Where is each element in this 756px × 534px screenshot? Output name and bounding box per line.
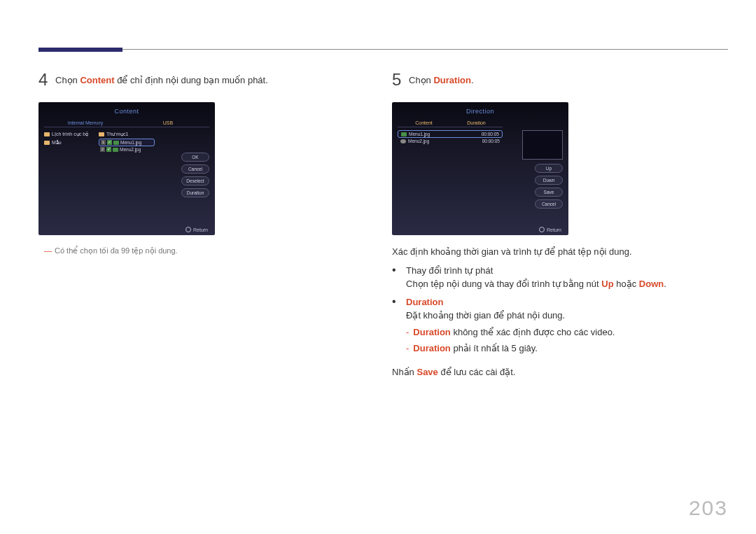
file-row[interactable]: 2 ✓ Menu2.jpg xyxy=(99,146,155,153)
mid-panel: Thư mục1 1 ✓ Menu1.jpg 2 ✓ Menu2.jpg xyxy=(99,130,155,153)
tab-internal-memory[interactable]: Internal Memory xyxy=(44,119,127,127)
bullet-dot: • xyxy=(392,264,400,291)
folder-label: Lịch trình cục bộ xyxy=(52,132,88,137)
header-rule xyxy=(122,49,728,50)
return-icon xyxy=(539,227,545,232)
bullet-1: • Thay đổi trình tự phát Chọn tệp nội du… xyxy=(392,264,721,291)
column-step-4: 4 Chọn Content để chỉ định nội dung bạn … xyxy=(38,70,368,255)
duration-list: Menu1.jpg 00:00:05 Menu2.jpg 00:00:05 xyxy=(398,130,503,144)
folder-item[interactable]: Lịch trình cục bộ xyxy=(44,130,94,139)
screenshot-direction: Direction Content Duration Menu1.jpg 00:… xyxy=(392,102,568,235)
file-label: Menu2.jpg xyxy=(120,147,141,152)
step-text: Chọn Duration. xyxy=(409,70,474,85)
duration-row[interactable]: Menu2.jpg 00:00:05 xyxy=(398,138,503,144)
tab-header: Internal Memory USB xyxy=(44,119,209,127)
keyword: Duration xyxy=(413,327,450,337)
duration-value: 00:00:05 xyxy=(482,132,499,136)
folder-header[interactable]: Thư mục1 xyxy=(99,130,155,139)
down-button[interactable]: Down xyxy=(535,176,563,185)
keyword-content: Content xyxy=(80,75,114,85)
step-number: 4 xyxy=(38,70,55,90)
keyword-up: Up xyxy=(601,279,613,289)
keyword: Duration xyxy=(413,343,450,353)
header-accent xyxy=(38,48,122,52)
deselect-button[interactable]: Deselect xyxy=(181,176,209,185)
dash-icon: - xyxy=(406,342,409,356)
return-label[interactable]: Return xyxy=(547,227,561,232)
button-panel: Up Down Save Cancel xyxy=(512,164,563,209)
index-box: 1 xyxy=(101,140,106,145)
index-box: 2 xyxy=(100,147,105,152)
text: để lưu các cài đặt. xyxy=(438,367,516,377)
tab-duration[interactable]: Duration xyxy=(450,119,503,127)
text: Chọn tệp nội dung và thay đổi trình tự b… xyxy=(406,279,601,289)
check-icon: ✓ xyxy=(107,140,112,145)
bullet-content: Duration Đặt khoảng thời gian để phát nộ… xyxy=(406,295,721,356)
text-post: để chỉ định nội dung bạn muốn phát. xyxy=(115,75,268,85)
save-button[interactable]: Save xyxy=(535,188,563,197)
bullet-list: • Thay đổi trình tự phát Chọn tệp nội du… xyxy=(392,264,721,356)
text: . xyxy=(664,279,666,289)
step-text: Chọn Content để chỉ định nội dung bạn mu… xyxy=(55,70,268,85)
note-line: ―Có thể chọn tối đa 99 tệp nội dung. xyxy=(44,246,368,255)
step-4-header: 4 Chọn Content để chỉ định nội dung bạn … xyxy=(38,70,368,90)
text: phải ít nhất là 5 giây. xyxy=(451,343,538,353)
bullet-content: Thay đổi trình tự phát Chọn tệp nội dung… xyxy=(406,264,721,291)
dash-row-1: - Duration không thể xác định được cho c… xyxy=(406,325,721,339)
page-number: 203 xyxy=(689,496,728,520)
text-post: . xyxy=(471,75,474,85)
bullet-dot: • xyxy=(392,295,400,356)
folder-item[interactable]: Mẫu xyxy=(44,139,94,147)
text: hoặc xyxy=(614,279,639,289)
folder-icon xyxy=(99,132,104,136)
folder-icon xyxy=(44,132,50,136)
bullet-body: Chọn tệp nội dung và thay đổi trình tự b… xyxy=(406,277,721,291)
keyword-duration: Duration xyxy=(433,75,470,85)
step-number: 5 xyxy=(392,70,409,90)
folder-label: Thư mục1 xyxy=(106,132,128,137)
cancel-button[interactable]: Cancel xyxy=(181,164,209,174)
screen-title: Direction xyxy=(392,102,568,115)
up-button[interactable]: Up xyxy=(535,164,563,173)
preview-box xyxy=(522,130,563,160)
screen-body: Content Duration Menu1.jpg 00:00:05 Menu… xyxy=(398,119,563,221)
text: không thể xác định được cho các video. xyxy=(451,327,615,337)
keyword-down: Down xyxy=(639,279,664,289)
paragraph-intro: Xác định khoảng thời gian và trình tự để… xyxy=(392,245,721,260)
tab-content[interactable]: Content xyxy=(398,119,450,127)
tab-usb[interactable]: USB xyxy=(127,119,209,127)
tab-header: Content Duration xyxy=(398,119,503,127)
file-label: Menu1.jpg xyxy=(409,132,430,136)
file-row-selected[interactable]: 1 ✓ Menu1.jpg xyxy=(99,139,155,146)
button-panel: OK Cancel Deselect Duration xyxy=(159,153,209,197)
bullet-body: Đặt khoảng thời gian để phát nội dung. xyxy=(406,309,721,323)
return-icon xyxy=(186,227,191,232)
bullet-title: Thay đổi trình tự phát xyxy=(406,264,721,278)
file-label: Menu1.jpg xyxy=(120,140,141,145)
ok-button[interactable]: OK xyxy=(181,153,209,162)
image-icon xyxy=(113,141,119,145)
note-text: Có thể chọn tối đa 99 tệp nội dung. xyxy=(55,246,178,255)
text: Nhấn xyxy=(392,367,416,377)
bullet-title-duration: Duration xyxy=(406,295,721,309)
check-icon: ✓ xyxy=(106,147,111,152)
duration-button[interactable]: Duration xyxy=(181,188,209,197)
paragraph-save: Nhấn Save để lưu các cài đặt. xyxy=(392,365,721,380)
return-label[interactable]: Return xyxy=(193,227,208,232)
screenshot-content: Content Internal Memory USB Lịch trình c… xyxy=(38,102,215,235)
screen-title: Content xyxy=(38,102,215,115)
duration-value: 00:00:05 xyxy=(482,139,500,143)
cancel-button[interactable]: Cancel xyxy=(535,199,563,209)
screen-footer: Return xyxy=(186,227,208,232)
keyword-save: Save xyxy=(416,367,438,377)
column-step-5: 5 Chọn Duration. Direction Content Durat… xyxy=(392,70,721,380)
screen-footer: Return xyxy=(539,227,561,232)
text-pre: Chọn xyxy=(409,75,433,85)
folder-icon xyxy=(44,141,50,145)
folder-label: Mẫu xyxy=(52,140,62,146)
duration-row-selected[interactable]: Menu1.jpg 00:00:05 xyxy=(398,130,503,138)
image-icon xyxy=(401,132,407,136)
step-5-header: 5 Chọn Duration. xyxy=(392,70,721,90)
sound-icon xyxy=(400,139,406,143)
bullet-2: • Duration Đặt khoảng thời gian để phát … xyxy=(392,295,721,356)
